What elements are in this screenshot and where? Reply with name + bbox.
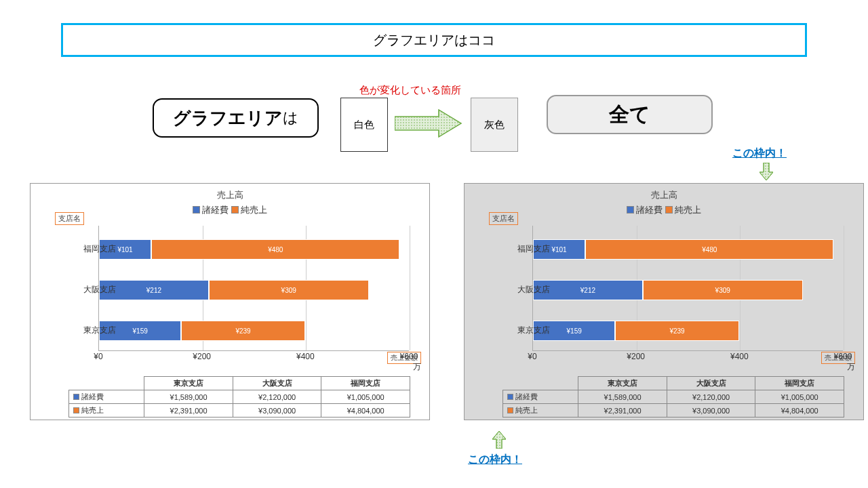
x-tick: ¥200 bbox=[627, 352, 645, 361]
legend-swatch bbox=[627, 206, 634, 214]
chart-legend: 諸経費 純売上 bbox=[473, 204, 855, 216]
table-header: 東京支店 bbox=[144, 377, 233, 390]
x-tick: ¥600 bbox=[834, 352, 852, 361]
legend-swatch bbox=[231, 206, 239, 214]
table-header: 大阪支店 bbox=[233, 377, 321, 390]
table-row-label: 諸経費 bbox=[69, 390, 144, 404]
bar-segment: ¥480 bbox=[151, 239, 399, 260]
legend-label: 諸経費 bbox=[202, 205, 231, 215]
callout-red: 色が変化している箇所 bbox=[359, 84, 461, 97]
chart-area-suffix: は bbox=[283, 108, 298, 128]
table-header: 東京支店 bbox=[578, 377, 667, 390]
all-box: 全て bbox=[547, 95, 713, 134]
y-axis-label: 支店名 bbox=[55, 212, 84, 225]
bar-segment: ¥309 bbox=[643, 280, 803, 300]
x-tick: ¥400 bbox=[730, 352, 749, 361]
legend-label: 純売上 bbox=[675, 205, 701, 215]
plot-area: ¥101¥480¥212¥309¥159¥239 bbox=[98, 226, 409, 351]
chart-title: 売上高 bbox=[473, 189, 855, 201]
svg-marker-4 bbox=[760, 163, 773, 180]
callout-frame-top: この枠内！ bbox=[732, 146, 787, 161]
chart-title: 売上高 bbox=[39, 189, 421, 201]
arrow-up-icon bbox=[492, 431, 506, 449]
svg-marker-2 bbox=[395, 110, 461, 137]
category-label: 福岡支店 bbox=[509, 243, 550, 255]
table-cell: ¥4,804,000 bbox=[755, 404, 844, 418]
swatch-grey-label: 灰色 bbox=[484, 119, 505, 131]
all-label: 全て bbox=[609, 101, 650, 129]
data-table: 東京支店大阪支店福岡支店諸経費¥1,589,000¥2,120,000¥1,00… bbox=[502, 376, 844, 418]
bar-segment: ¥309 bbox=[209, 280, 369, 300]
title-text: グラフエリアはココ bbox=[373, 31, 495, 49]
bar-segment: ¥239 bbox=[181, 321, 304, 341]
category-label: 東京支店 bbox=[75, 325, 116, 336]
unit-label: 万 bbox=[847, 361, 855, 373]
chart-area-box: グラフエリアは bbox=[153, 98, 319, 138]
title-box: グラフエリアはココ bbox=[61, 23, 807, 57]
table-cell: ¥1,005,000 bbox=[755, 390, 844, 404]
table-row-label: 諸経費 bbox=[503, 390, 578, 404]
chart-legend: 諸経費 純売上 bbox=[39, 204, 421, 216]
chart-left: 売上高諸経費 純売上 支店名売上金額¥101¥480¥212¥309¥159¥2… bbox=[30, 183, 430, 420]
legend-swatch bbox=[665, 206, 673, 214]
x-tick: ¥600 bbox=[400, 352, 418, 361]
table-cell: ¥1,589,000 bbox=[144, 390, 233, 404]
callout-frame-bottom: この枠内！ bbox=[468, 453, 522, 467]
table-cell: ¥2,120,000 bbox=[233, 390, 321, 404]
table-cell: ¥3,090,000 bbox=[233, 404, 321, 418]
table-cell: ¥2,391,000 bbox=[144, 404, 233, 418]
plot-area: ¥101¥480¥212¥309¥159¥239 bbox=[532, 226, 843, 351]
legend-swatch bbox=[193, 206, 200, 214]
chart-area-bold: グラフエリア bbox=[173, 106, 283, 130]
swatch-white: 白色 bbox=[340, 98, 388, 152]
arrow-right-icon bbox=[395, 108, 462, 138]
arrow-down-icon bbox=[760, 163, 773, 180]
legend-label: 諸経費 bbox=[636, 205, 665, 215]
table-cell: ¥4,804,000 bbox=[321, 404, 410, 418]
table-header: 福岡支店 bbox=[755, 377, 844, 390]
bar-segment: ¥480 bbox=[585, 239, 833, 260]
x-tick: ¥400 bbox=[296, 352, 315, 361]
x-tick: ¥200 bbox=[193, 352, 211, 361]
category-label: 東京支店 bbox=[509, 325, 550, 336]
table-header: 福岡支店 bbox=[321, 377, 410, 390]
category-label: 大阪支店 bbox=[75, 284, 116, 296]
x-tick: ¥0 bbox=[528, 352, 536, 361]
bar-segment: ¥239 bbox=[615, 321, 738, 341]
unit-label: 万 bbox=[413, 361, 421, 373]
table-row-label: 純売上 bbox=[69, 404, 144, 418]
chart-right: 売上高諸経費 純売上 支店名売上金額¥101¥480¥212¥309¥159¥2… bbox=[464, 183, 864, 420]
table-cell: ¥1,005,000 bbox=[321, 390, 410, 404]
table-cell: ¥2,391,000 bbox=[578, 404, 667, 418]
category-label: 福岡支店 bbox=[75, 243, 116, 255]
table-cell: ¥1,589,000 bbox=[578, 390, 667, 404]
table-row-label: 純売上 bbox=[503, 404, 578, 418]
svg-marker-8 bbox=[492, 431, 506, 449]
table-cell: ¥2,120,000 bbox=[667, 390, 755, 404]
x-tick: ¥0 bbox=[94, 352, 102, 361]
table-cell: ¥3,090,000 bbox=[667, 404, 755, 418]
category-label: 大阪支店 bbox=[509, 284, 550, 296]
swatch-white-label: 白色 bbox=[354, 119, 374, 131]
swatch-grey: 灰色 bbox=[471, 98, 518, 152]
legend-label: 純売上 bbox=[241, 205, 267, 215]
y-axis-label: 支店名 bbox=[489, 212, 518, 225]
table-header: 大阪支店 bbox=[667, 377, 755, 390]
data-table: 東京支店大阪支店福岡支店諸経費¥1,589,000¥2,120,000¥1,00… bbox=[68, 376, 410, 418]
